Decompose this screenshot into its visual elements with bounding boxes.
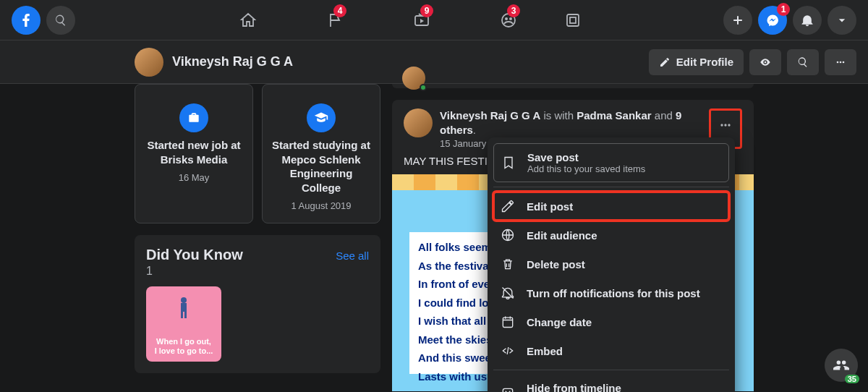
trash-icon <box>499 257 516 271</box>
top-nav: 4 9 3 1 <box>0 0 868 41</box>
dyk-see-all[interactable]: See all <box>336 250 369 262</box>
dd-edit-audience[interactable]: Edit audience <box>493 221 729 250</box>
dd-edit-audience-label: Edit audience <box>527 229 597 242</box>
search-button[interactable] <box>46 6 75 35</box>
post-and: and <box>655 109 673 122</box>
account-menu-button[interactable] <box>827 6 856 35</box>
bell-off-icon <box>499 286 516 300</box>
left-column: Started new job at Brisks Media 16 May S… <box>135 84 380 391</box>
dd-delete-post[interactable]: Delete post <box>493 250 729 278</box>
online-dot-icon <box>420 84 427 91</box>
code-icon <box>499 344 516 358</box>
contacts-button[interactable]: 35 <box>825 349 858 382</box>
dd-save-label: Save post <box>527 151 645 163</box>
svg-rect-4 <box>567 14 579 26</box>
nav-groups[interactable]: 3 <box>468 0 549 41</box>
dd-save-post[interactable]: Save post Add this to your saved items <box>493 143 729 182</box>
post-author-line: Vikneysh Raj G G A is with Padma Sankar … <box>440 108 702 137</box>
contacts-count: 35 <box>845 375 859 383</box>
profile-subheader: Vikneysh Raj G G A Edit Profile <box>0 41 868 84</box>
separator <box>493 370 729 370</box>
svg-rect-20 <box>503 388 512 392</box>
svg-point-8 <box>840 61 842 63</box>
nav-home[interactable] <box>208 0 289 41</box>
dd-embed-label: Embed <box>527 345 563 357</box>
groups-badge: 3 <box>507 4 520 17</box>
dd-delete-label: Delete post <box>527 258 585 270</box>
life-event-title: Started studying at Mepco Schlenk Engine… <box>271 138 371 195</box>
svg-point-6 <box>765 61 767 63</box>
dd-edit-post[interactable]: Edit post <box>493 192 729 221</box>
svg-point-9 <box>843 61 845 63</box>
svg-point-16 <box>724 124 726 126</box>
svg-point-17 <box>728 124 730 126</box>
svg-rect-12 <box>181 312 183 318</box>
person-icon <box>176 297 191 320</box>
view-as-button[interactable] <box>749 49 781 75</box>
life-event-date: 1 August 2019 <box>291 200 351 211</box>
dd-changedate-label: Change date <box>527 316 592 328</box>
watch-badge: 9 <box>420 4 433 17</box>
svg-rect-13 <box>184 312 187 318</box>
logo-area <box>12 6 75 35</box>
dd-hide-label: Hide from timeline <box>527 382 699 392</box>
post-more-button[interactable] <box>712 112 739 138</box>
svg-point-3 <box>509 17 512 20</box>
life-event-card[interactable]: Started studying at Mepco Schlenk Engine… <box>262 84 380 223</box>
svg-rect-5 <box>570 17 576 23</box>
notifications-button[interactable] <box>793 6 822 35</box>
dd-edit-post-label: Edit post <box>527 200 573 213</box>
dd-turn-off-notifications[interactable]: Turn off notifications for this post <box>493 278 729 307</box>
profile-avatar[interactable] <box>135 48 163 77</box>
pages-badge: 4 <box>333 4 346 17</box>
profile-search-button[interactable] <box>787 49 819 75</box>
svg-rect-19 <box>503 318 512 327</box>
dd-change-date[interactable]: Change date <box>493 307 729 336</box>
post-card: Vikneysh Raj G G A is with Padma Sankar … <box>392 100 754 391</box>
profile-name: Vikneysh Raj G G A <box>172 54 640 69</box>
content: Started new job at Brisks Media 16 May S… <box>0 84 868 391</box>
create-button[interactable] <box>723 6 752 35</box>
nav-pages[interactable]: 4 <box>294 0 375 41</box>
post-period: . <box>473 124 476 136</box>
post-author[interactable]: Vikneysh Raj G G A <box>440 109 540 122</box>
bookmark-icon <box>500 155 517 170</box>
svg-point-7 <box>837 61 839 63</box>
messenger-button[interactable]: 1 <box>758 6 787 35</box>
nav-gaming[interactable] <box>555 0 591 41</box>
post-is-with: is with <box>543 109 574 122</box>
life-event-date: 16 May <box>179 172 210 183</box>
dyk-title: Did You Know <box>146 247 243 263</box>
profile-more-button[interactable] <box>825 49 856 75</box>
globe-icon <box>499 228 516 242</box>
messenger-badge: 1 <box>777 3 790 16</box>
dyk-tile-line2: I love to go to... <box>155 346 213 356</box>
briefcase-icon <box>179 103 208 132</box>
comment-composer-stub <box>392 84 754 88</box>
edit-profile-label: Edit Profile <box>676 56 733 68</box>
dyk-count: 1 <box>146 265 369 278</box>
dd-turnoff-label: Turn off notifications for this post <box>527 287 700 299</box>
life-events-row: Started new job at Brisks Media 16 May S… <box>135 84 380 223</box>
edit-profile-button[interactable]: Edit Profile <box>649 49 744 75</box>
dd-embed[interactable]: Embed <box>493 336 729 365</box>
calendar-icon <box>499 315 516 329</box>
profile-actions: Edit Profile <box>649 49 856 75</box>
separator <box>493 187 729 187</box>
svg-point-10 <box>181 297 187 303</box>
post-author-avatar[interactable] <box>404 108 433 137</box>
post-tagged[interactable]: Padma Sankar <box>576 109 651 122</box>
svg-point-2 <box>505 17 508 20</box>
right-column: Vikneysh Raj G G A is with Padma Sankar … <box>392 84 754 391</box>
nav-right: 1 <box>723 6 856 35</box>
nav-watch[interactable]: 9 <box>381 0 462 41</box>
dyk-tile[interactable]: When I go out, I love to go to... <box>146 286 221 362</box>
life-event-card[interactable]: Started new job at Brisks Media 16 May <box>135 84 253 223</box>
svg-point-15 <box>720 124 723 126</box>
svg-rect-11 <box>181 303 187 312</box>
dd-save-sub: Add this to your saved items <box>527 163 645 174</box>
dd-hide-timeline[interactable]: Hide from timeline This post may still a… <box>493 375 729 392</box>
nav-center: 4 9 3 <box>75 0 723 41</box>
did-you-know-card: Did You Know See all 1 When I go out, I … <box>135 235 380 373</box>
facebook-logo[interactable] <box>12 6 41 35</box>
